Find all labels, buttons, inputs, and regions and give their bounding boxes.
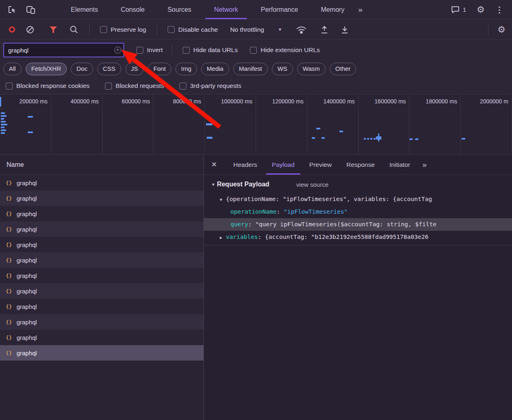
view-source-link[interactable]: view source <box>296 181 328 188</box>
devtools-window: ElementsConsoleSourcesNetworkPerformance… <box>0 0 512 420</box>
type-filter-js[interactable]: JS <box>125 63 144 75</box>
payload-variables-row[interactable]: ▶variables: {accountTag: "b12e3b2192ee55… <box>211 231 512 243</box>
request-row[interactable]: {}graphql <box>0 299 203 314</box>
tab-performance[interactable]: Performance <box>249 0 310 19</box>
payload-tree: ▼{operationName: "ipFlowTimeseries", var… <box>211 193 512 245</box>
checkbox-blocked-requests[interactable]: Blocked requests <box>105 82 164 90</box>
request-row[interactable]: {}graphql <box>0 268 203 283</box>
type-filter-manifest[interactable]: Manifest <box>233 63 268 75</box>
throttling-select[interactable]: No throttling ▼ <box>230 26 282 33</box>
message-bubble-icon <box>451 6 460 14</box>
waterfall-bar <box>339 131 343 132</box>
filter-box: ✕ <box>3 43 124 57</box>
request-row[interactable]: {}graphql <box>0 175 203 190</box>
type-filter-other[interactable]: Other <box>330 63 357 75</box>
payload-view: ▼ Request Payload view source ▼{operatio… <box>204 175 512 245</box>
waterfall-bar <box>312 137 315 139</box>
xhr-braces-icon: {} <box>6 195 12 201</box>
network-conditions-icon[interactable] <box>296 25 307 34</box>
payload-section-title: Request Payload <box>217 181 269 188</box>
waterfall-bar <box>1 118 4 120</box>
type-filter-all[interactable]: All <box>3 63 22 75</box>
name-column-header[interactable]: Name <box>0 155 203 175</box>
record-network-log-button[interactable] <box>9 26 15 33</box>
toolbar-right: 1 ⚙ ⋮ <box>451 4 506 15</box>
preserve-log-checkbox[interactable]: Preserve log <box>100 26 146 33</box>
tab-memory[interactable]: Memory <box>309 0 356 19</box>
request-row[interactable]: {}graphql <box>0 345 203 361</box>
detail-tab-preview[interactable]: Preview <box>302 155 339 175</box>
hide-data-urls-checkbox[interactable]: Hide data URLs <box>183 46 238 54</box>
request-row[interactable]: {}graphql <box>0 252 203 268</box>
more-menu-icon[interactable]: ⋮ <box>495 5 504 15</box>
detail-tab-initiator[interactable]: Initiator <box>382 155 418 175</box>
type-filter-font[interactable]: Font <box>148 63 171 75</box>
checkbox-3rd-party-requests[interactable]: 3rd-party requests <box>179 82 241 90</box>
request-row[interactable]: {}graphql <box>0 221 203 237</box>
import-har-icon[interactable] <box>320 25 329 34</box>
search-icon[interactable] <box>70 25 79 34</box>
xhr-braces-icon: {} <box>6 350 12 356</box>
hide-extension-urls-checkbox[interactable]: Hide extension URLs <box>250 46 320 54</box>
collapse-triangle-icon[interactable]: ▼ <box>211 182 215 187</box>
expand-triangle-icon[interactable]: ▶ <box>220 235 222 240</box>
disable-cache-checkbox[interactable]: Disable cache <box>168 26 218 33</box>
device-toolbar-icon[interactable] <box>24 4 37 16</box>
waterfall-bar <box>316 128 320 129</box>
type-filter-doc[interactable]: Doc <box>71 63 93 75</box>
type-filter-ws[interactable]: WS <box>272 63 293 75</box>
request-table: Name {}graphql{}graphql{}graphql{}graphq… <box>0 155 203 420</box>
type-filter-wasm[interactable]: Wasm <box>297 63 326 75</box>
type-filter-img[interactable]: Img <box>175 63 197 75</box>
filter-funnel-icon[interactable] <box>49 26 57 33</box>
invert-checkbox[interactable]: Invert <box>136 46 163 54</box>
type-filter-css[interactable]: CSS <box>97 63 121 75</box>
settings-gear-icon[interactable]: ⚙ <box>477 4 485 15</box>
checkbox-box <box>100 26 107 33</box>
tab-sources[interactable]: Sources <box>156 0 203 19</box>
checkbox-box <box>6 83 13 90</box>
close-detail-icon[interactable]: ✕ <box>211 160 217 169</box>
checkbox-blocked-response-cookies[interactable]: Blocked response cookies <box>6 82 90 90</box>
more-panels-icon[interactable]: » <box>358 5 363 14</box>
detail-tab-payload[interactable]: Payload <box>265 155 302 175</box>
network-overview[interactable]: 200000 ms400000 ms600000 ms800000 ms1000… <box>0 94 512 155</box>
checkbox-box <box>168 26 175 33</box>
type-filter-fetch-xhr[interactable]: Fetch/XHR <box>26 63 67 75</box>
checkbox-box <box>179 83 186 90</box>
export-har-icon[interactable] <box>340 25 349 34</box>
type-filter-media[interactable]: Media <box>201 63 229 75</box>
request-row[interactable]: {}graphql <box>0 237 203 252</box>
payload-query-row[interactable]: query: "query ipFlowTimeseries($accountT… <box>204 218 512 231</box>
payload-summary-row[interactable]: ▼{operationName: "ipFlowTimeseries", var… <box>211 193 512 206</box>
request-row[interactable]: {}graphql <box>0 206 203 221</box>
filter-row: ✕ Invert Hide data URLs Hide extension U… <box>0 40 512 60</box>
request-row[interactable]: {}graphql <box>0 283 203 299</box>
expand-triangle-icon[interactable]: ▼ <box>220 197 222 202</box>
network-settings-gear-icon[interactable]: ⚙ <box>497 24 505 35</box>
network-toolbar: Preserve log Disable cache No throttling… <box>0 20 512 39</box>
detail-tab-response[interactable]: Response <box>339 155 382 175</box>
waterfall-bar <box>370 138 372 140</box>
inspect-element-icon[interactable] <box>6 4 18 16</box>
tab-elements[interactable]: Elements <box>59 0 109 19</box>
waterfall-bar <box>415 138 418 140</box>
checkbox-box <box>250 47 257 54</box>
clear-filter-icon[interactable]: ✕ <box>114 47 121 54</box>
clear-network-log-icon[interactable] <box>26 25 35 34</box>
detail-tab-headers[interactable]: Headers <box>226 155 265 175</box>
tab-console[interactable]: Console <box>109 0 156 19</box>
request-row[interactable]: {}graphql <box>0 330 203 345</box>
tab-network[interactable]: Network <box>203 0 249 19</box>
request-name: graphql <box>17 272 37 279</box>
xhr-braces-icon: {} <box>6 319 12 325</box>
checkbox-label: Blocked response cookies <box>16 82 90 90</box>
filter-input[interactable] <box>3 43 124 57</box>
request-row[interactable]: {}graphql <box>0 190 203 206</box>
payload-operation-row[interactable]: operationName: "ipFlowTimeseries" <box>211 206 512 218</box>
checkbox-label: 3rd-party requests <box>190 82 241 90</box>
detail-more-tabs-icon[interactable]: » <box>422 160 427 169</box>
issues-button[interactable]: 1 <box>451 6 466 14</box>
request-row[interactable]: {}graphql <box>0 314 203 330</box>
request-name: graphql <box>17 303 37 310</box>
